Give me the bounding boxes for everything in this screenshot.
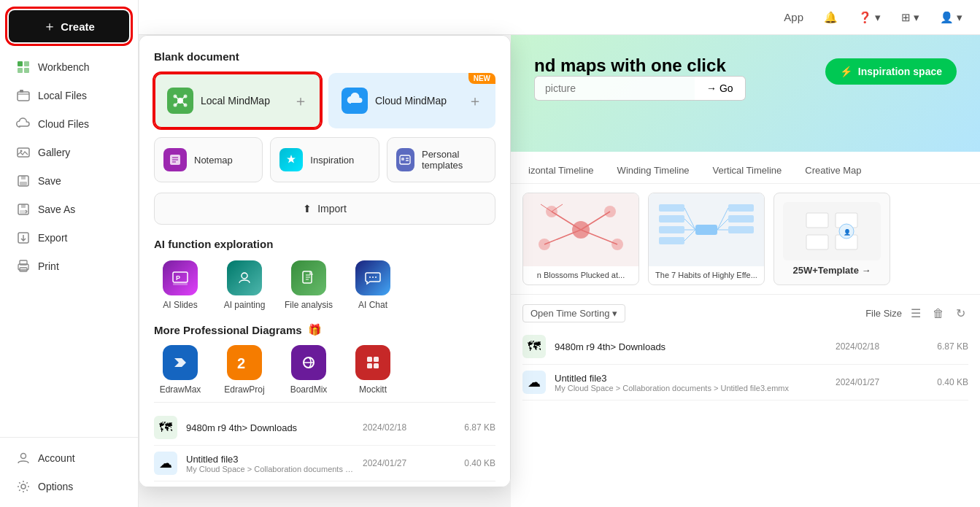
svg-rect-6 bbox=[18, 148, 29, 157]
file-row-1[interactable]: 🗺 9480m r9 4th> Downloads 2024/02/18 6.8… bbox=[154, 410, 495, 446]
recent-file-info-1: 9480m r9 4th> Downloads bbox=[555, 341, 827, 352]
sidebar-item-account[interactable]: Account bbox=[4, 444, 134, 472]
svg-text:2: 2 bbox=[237, 355, 245, 371]
go-button[interactable]: → Go bbox=[695, 76, 746, 101]
file-icon-1: 🗺 bbox=[154, 416, 177, 439]
svg-text:P: P bbox=[176, 274, 180, 282]
svg-rect-67 bbox=[728, 204, 754, 212]
recent-section: Open Time Sorting ▾ File Size ☰ 🗑 ↻ bbox=[511, 294, 980, 507]
file-analysis-item[interactable]: File analysis bbox=[282, 260, 335, 310]
recent-file-row-1[interactable]: 🗺 9480m r9 4th> Downloads 2024/02/18 6.8… bbox=[522, 329, 968, 365]
grid-button[interactable]: ⊞ ▾ bbox=[895, 8, 925, 27]
template-card-1[interactable]: n Blossoms Plucked at... bbox=[522, 193, 639, 285]
notemap-card[interactable]: Notemap bbox=[154, 137, 263, 182]
sidebar: ＋ Create Workbench Local Files Cloud Fil… bbox=[0, 0, 139, 507]
cloud-files-label: Cloud Files bbox=[38, 118, 89, 130]
sidebar-item-options[interactable]: Options bbox=[4, 473, 134, 500]
svg-rect-9 bbox=[21, 176, 26, 179]
sidebar-item-save-as[interactable]: Save As bbox=[4, 196, 134, 223]
svg-point-18 bbox=[21, 454, 26, 459]
local-mindmap-card[interactable]: Local MindMap ＋ bbox=[154, 73, 321, 128]
file-info-2: Untitled file3 My Cloud Space > Collabor… bbox=[186, 454, 354, 473]
right-panel: nd maps with one click → Go ⚡ Inspiratio… bbox=[511, 35, 980, 507]
file-analysis-icon bbox=[291, 260, 326, 295]
save-label: Save bbox=[38, 175, 61, 187]
svg-rect-68 bbox=[728, 215, 754, 222]
recent-file-date-2: 2024/01/27 bbox=[836, 377, 908, 387]
ai-slides-item[interactable]: P AI Slides bbox=[154, 260, 207, 310]
inspiration-space-button[interactable]: ⚡ Inspiration space bbox=[825, 58, 957, 85]
timeline-tabs: izontal Timeline Winding Timeline Vertic… bbox=[511, 152, 980, 184]
sidebar-item-save[interactable]: Save bbox=[4, 167, 134, 195]
sidebar-item-print[interactable]: Print bbox=[4, 252, 134, 280]
inspiration-card[interactable]: Inspiration bbox=[270, 137, 379, 182]
svg-rect-47 bbox=[367, 357, 372, 362]
recent-file-size-value-2: 0.40 KB bbox=[917, 377, 968, 387]
notification-button[interactable]: 🔔 bbox=[818, 8, 844, 27]
file-row-2[interactable]: ☁ Untitled file3 My Cloud Space > Collab… bbox=[154, 446, 495, 481]
ai-chat-item[interactable]: AI Chat bbox=[347, 260, 399, 310]
cloud-mindmap-icon bbox=[342, 88, 368, 114]
sidebar-item-local-files[interactable]: Local Files bbox=[4, 82, 134, 109]
notemap-label: Notemap bbox=[194, 155, 233, 166]
help-button[interactable]: ❓ ▾ bbox=[852, 8, 887, 27]
ai-slides-icon: P bbox=[163, 260, 198, 295]
svg-line-74 bbox=[717, 208, 728, 230]
sidebar-item-export[interactable]: Export bbox=[4, 224, 134, 252]
template-more-card[interactable]: 👤 25W+Template → bbox=[773, 193, 890, 285]
cloud-mindmap-card[interactable]: NEW Cloud MindMap ＋ bbox=[328, 73, 495, 128]
create-button[interactable]: ＋ Create bbox=[9, 10, 129, 42]
svg-rect-12 bbox=[21, 204, 26, 208]
sidebar-item-cloud-files[interactable]: Cloud Files bbox=[4, 110, 134, 138]
inspiration-icon bbox=[279, 148, 303, 171]
import-button[interactable]: ⬆ Import bbox=[154, 193, 495, 225]
app-button[interactable]: App bbox=[778, 8, 809, 26]
template-card-img-1 bbox=[523, 193, 638, 266]
refresh-button[interactable]: ↻ bbox=[953, 303, 968, 323]
more-section: More Professional Diagrams 🎁 EdrawMax bbox=[154, 323, 495, 395]
svg-rect-69 bbox=[728, 226, 754, 233]
svg-rect-79 bbox=[806, 235, 828, 249]
tab-creative-map[interactable]: Creative Map bbox=[802, 159, 864, 183]
delete-button[interactable]: 🗑 bbox=[930, 304, 947, 323]
file-size-1: 6.87 KB bbox=[444, 422, 495, 433]
plus-icon: ＋ bbox=[43, 18, 56, 35]
svg-rect-1 bbox=[24, 61, 29, 66]
edrawproj-item[interactable]: 2 EdrawProj bbox=[218, 345, 271, 395]
svg-rect-10 bbox=[20, 182, 27, 185]
svg-rect-2 bbox=[18, 68, 23, 73]
boardmix-icon bbox=[291, 345, 326, 380]
search-input[interactable] bbox=[534, 76, 695, 101]
ai-section: AI function exploration P AI Slides bbox=[154, 238, 495, 310]
user-chevron-icon: ▾ bbox=[957, 11, 962, 24]
sidebar-item-gallery[interactable]: Gallery bbox=[4, 139, 134, 166]
ai-chat-icon bbox=[355, 260, 390, 295]
tab-vertical-timeline[interactable]: Vertical Timeline bbox=[710, 159, 785, 183]
tab-horizontal-timeline[interactable]: izontal Timeline bbox=[525, 159, 597, 183]
mockitt-item[interactable]: Mockitt bbox=[347, 345, 399, 395]
gallery-icon bbox=[16, 145, 31, 160]
svg-rect-0 bbox=[18, 61, 23, 66]
main-area: App 🔔 ❓ ▾ ⊞ ▾ 👤 ▾ Blank document bbox=[139, 0, 980, 507]
tab-winding-timeline[interactable]: Winding Timeline bbox=[614, 159, 692, 183]
svg-text:👤: 👤 bbox=[844, 228, 851, 236]
edrawmax-item[interactable]: EdrawMax bbox=[154, 345, 207, 395]
list-view-button[interactable]: ☰ bbox=[908, 303, 924, 323]
boardmix-item[interactable]: BoardMix bbox=[282, 345, 335, 395]
edrawmax-label: EdrawMax bbox=[160, 384, 201, 395]
svg-line-57 bbox=[581, 212, 610, 230]
sort-button[interactable]: Open Time Sorting ▾ bbox=[522, 304, 625, 322]
edrawmax-icon bbox=[163, 345, 198, 380]
file-size-2: 0.40 KB bbox=[444, 458, 495, 468]
sidebar-item-workbench[interactable]: Workbench bbox=[4, 53, 134, 81]
template-card-2[interactable]: The 7 Habits of Highly Effe... bbox=[648, 193, 765, 285]
personal-templates-card[interactable]: Personal templates bbox=[387, 137, 495, 182]
gallery-label: Gallery bbox=[38, 147, 70, 158]
chevron-down-icon: ▾ bbox=[875, 11, 881, 24]
ai-painting-item[interactable]: AI painting bbox=[218, 260, 271, 310]
options-icon bbox=[16, 479, 31, 494]
user-button[interactable]: 👤 ▾ bbox=[934, 8, 968, 27]
template-card-label-1: n Blossoms Plucked at... bbox=[523, 266, 638, 284]
local-mindmap-add-icon: ＋ bbox=[293, 91, 308, 111]
recent-file-row-2[interactable]: ☁ Untitled file3 My Cloud Space > Collab… bbox=[522, 365, 968, 400]
